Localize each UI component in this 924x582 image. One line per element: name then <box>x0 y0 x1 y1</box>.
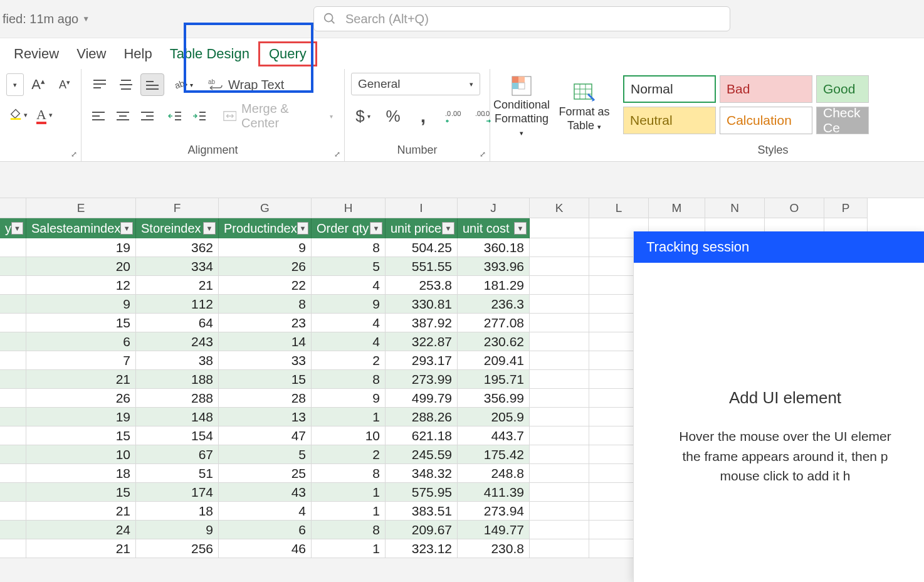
data-cell[interactable]: 1 <box>312 502 386 521</box>
data-cell[interactable]: 7 <box>26 351 136 370</box>
data-cell[interactable]: 8 <box>312 238 386 257</box>
data-cell[interactable]: 9 <box>312 295 386 314</box>
column-header[interactable] <box>0 198 26 218</box>
data-cell[interactable]: 33 <box>219 351 312 370</box>
data-cell[interactable]: 393.96 <box>458 257 530 276</box>
data-cell[interactable] <box>0 464 26 483</box>
align-middle-button[interactable] <box>114 73 138 96</box>
data-cell[interactable]: 1 <box>312 483 386 502</box>
filter-dropdown-icon[interactable]: ▼ <box>120 222 133 235</box>
data-cell[interactable]: 360.18 <box>458 238 530 257</box>
table-header[interactable]: Productindex▼ <box>219 218 312 238</box>
filter-dropdown-icon[interactable]: ▼ <box>370 222 382 235</box>
data-cell[interactable]: 499.79 <box>386 389 458 408</box>
data-cell[interactable]: 411.39 <box>458 483 530 502</box>
data-cell[interactable]: 236.3 <box>458 295 530 314</box>
data-cell[interactable]: 9 <box>219 238 312 257</box>
align-center-button[interactable] <box>112 105 134 127</box>
data-cell[interactable]: 245.59 <box>386 445 458 464</box>
data-cell[interactable]: 46 <box>219 539 312 558</box>
data-cell[interactable]: 15 <box>219 370 312 389</box>
table-header[interactable]: Storeindex▼ <box>136 218 219 238</box>
comma-button[interactable]: , <box>411 104 435 128</box>
data-cell[interactable]: 112 <box>136 295 219 314</box>
empty-cell[interactable] <box>530 351 589 370</box>
wrap-text-button[interactable]: ab Wrap Text <box>203 73 289 97</box>
data-cell[interactable]: 248.8 <box>458 464 530 483</box>
data-cell[interactable]: 188 <box>136 370 219 389</box>
data-cell[interactable]: 51 <box>136 464 219 483</box>
data-cell[interactable]: 21 <box>26 539 136 558</box>
data-cell[interactable]: 21 <box>26 370 136 389</box>
style-calculation[interactable]: Calculation <box>720 107 812 134</box>
data-cell[interactable]: 575.95 <box>386 483 458 502</box>
data-cell[interactable] <box>0 295 26 314</box>
data-cell[interactable]: 8 <box>312 521 386 539</box>
data-cell[interactable]: 19 <box>26 408 136 426</box>
data-cell[interactable]: 148 <box>136 408 219 426</box>
data-cell[interactable] <box>0 389 26 408</box>
data-cell[interactable]: 2 <box>312 351 386 370</box>
empty-cell[interactable] <box>530 276 589 295</box>
data-cell[interactable] <box>0 332 26 351</box>
data-cell[interactable]: 195.71 <box>458 370 530 389</box>
data-cell[interactable] <box>0 502 26 521</box>
column-header[interactable]: H <box>312 198 386 218</box>
empty-cell[interactable] <box>530 521 589 539</box>
filter-dropdown-icon[interactable]: ▼ <box>11 222 23 235</box>
data-cell[interactable] <box>0 238 26 257</box>
empty-cell[interactable] <box>530 314 589 332</box>
data-cell[interactable]: 277.08 <box>458 314 530 332</box>
data-cell[interactable]: 253.8 <box>386 276 458 295</box>
data-cell[interactable]: 26 <box>219 257 312 276</box>
data-cell[interactable] <box>0 370 26 389</box>
empty-cell[interactable] <box>530 483 589 502</box>
data-cell[interactable]: 8 <box>219 295 312 314</box>
data-cell[interactable]: 322.87 <box>386 332 458 351</box>
merge-center-button[interactable]: Merge & Center ▾ <box>218 104 338 128</box>
data-cell[interactable]: 14 <box>219 332 312 351</box>
data-cell[interactable]: 5 <box>312 257 386 276</box>
empty-cell[interactable] <box>530 389 589 408</box>
data-cell[interactable]: 38 <box>136 351 219 370</box>
data-cell[interactable]: 43 <box>219 483 312 502</box>
empty-cell[interactable] <box>530 218 589 238</box>
data-cell[interactable]: 21 <box>26 502 136 521</box>
data-cell[interactable] <box>0 351 26 370</box>
column-header[interactable]: O <box>765 198 824 218</box>
data-cell[interactable] <box>0 483 26 502</box>
table-header[interactable]: Order qty▼ <box>312 218 386 238</box>
data-cell[interactable]: 2 <box>312 445 386 464</box>
increase-indent-button[interactable] <box>189 105 211 127</box>
data-cell[interactable]: 5 <box>219 445 312 464</box>
data-cell[interactable]: 15 <box>26 314 136 332</box>
orientation-button[interactable]: ab ▾ <box>171 73 194 96</box>
data-cell[interactable]: 4 <box>312 314 386 332</box>
data-cell[interactable]: 330.81 <box>386 295 458 314</box>
data-cell[interactable]: 230.8 <box>458 539 530 558</box>
data-cell[interactable]: 181.29 <box>458 276 530 295</box>
empty-cell[interactable] <box>530 502 589 521</box>
data-cell[interactable]: 26 <box>26 389 136 408</box>
data-cell[interactable]: 243 <box>136 332 219 351</box>
data-cell[interactable]: 551.55 <box>386 257 458 276</box>
data-cell[interactable]: 209.41 <box>458 351 530 370</box>
data-cell[interactable]: 9 <box>136 521 219 539</box>
data-cell[interactable]: 4 <box>312 332 386 351</box>
data-cell[interactable]: 64 <box>136 314 219 332</box>
align-top-button[interactable] <box>88 73 112 96</box>
column-header[interactable]: E <box>26 198 136 218</box>
data-cell[interactable]: 149.77 <box>458 521 530 539</box>
data-cell[interactable]: 15 <box>26 426 136 445</box>
data-cell[interactable]: 1 <box>312 408 386 426</box>
style-neutral[interactable]: Neutral <box>623 107 716 134</box>
data-cell[interactable]: 154 <box>136 426 219 445</box>
conditional-formatting-button[interactable]: Conditional Formatting ▾ <box>490 69 553 144</box>
column-header[interactable]: P <box>824 198 868 218</box>
data-cell[interactable]: 18 <box>26 464 136 483</box>
data-cell[interactable]: 13 <box>219 408 312 426</box>
data-cell[interactable]: 256 <box>136 539 219 558</box>
data-cell[interactable]: 25 <box>219 464 312 483</box>
empty-cell[interactable] <box>530 257 589 276</box>
dialog-launcher-icon[interactable]: ⤢ <box>480 150 486 159</box>
